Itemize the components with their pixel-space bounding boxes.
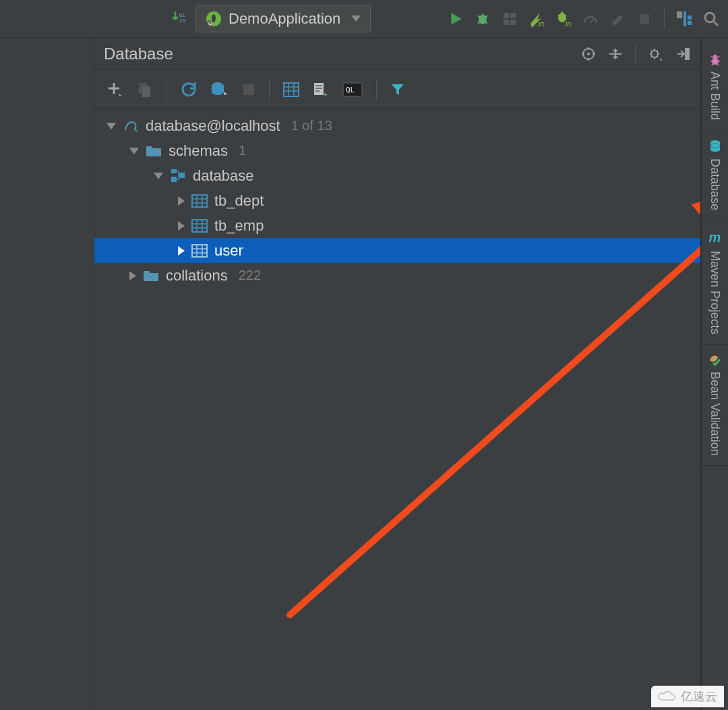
schema-label: database (193, 167, 254, 185)
collations-count: 222 (239, 268, 261, 283)
stop-button[interactable] (634, 12, 655, 26)
svg-text:10: 10 (179, 18, 185, 24)
table-node-tb-emp[interactable]: tb_emp (94, 213, 700, 238)
download-icon[interactable]: 0110 (169, 10, 189, 28)
table-icon (191, 244, 208, 258)
add-button-icon[interactable] (107, 81, 124, 98)
target-icon[interactable] (581, 47, 596, 61)
filter-icon[interactable] (390, 82, 405, 97)
search-everywhere-icon[interactable] (701, 10, 721, 28)
separator (635, 45, 636, 63)
database-icon (709, 140, 721, 153)
svg-rect-27 (284, 83, 299, 96)
table-node-user[interactable]: user (94, 238, 700, 263)
settings-gear-icon[interactable] (648, 46, 664, 62)
expand-arrow-icon[interactable] (178, 246, 185, 256)
expand-arrow-icon[interactable] (178, 196, 185, 206)
coverage-button[interactable] (499, 11, 520, 27)
right-tool-sidebar: Ant Build Database m Maven Projects Bean… (701, 38, 728, 710)
project-structure-icon[interactable] (674, 10, 694, 28)
svg-rect-6 (504, 13, 509, 18)
svg-text:⏻: ⏻ (208, 22, 212, 26)
svg-rect-7 (510, 13, 516, 18)
database-toolbar: QL (94, 70, 700, 109)
svg-rect-16 (688, 16, 692, 20)
schema-icon (170, 169, 186, 183)
expand-arrow-icon[interactable] (154, 173, 163, 179)
sidebar-label: Ant Build (708, 71, 722, 120)
sql-console-icon[interactable]: QL (342, 82, 363, 97)
split-icon[interactable] (608, 47, 623, 61)
jrebel-debug-icon[interactable]: JR (553, 10, 574, 28)
collations-label: collations (166, 267, 228, 285)
sidebar-item-maven[interactable]: m Maven Projects (702, 220, 728, 345)
sidebar-item-bean-validation[interactable]: Bean Validation (702, 345, 728, 466)
table-view-icon[interactable] (283, 82, 299, 97)
table-label: tb_emp (214, 217, 264, 235)
svg-rect-24 (142, 86, 150, 97)
hide-panel-icon[interactable] (676, 47, 691, 61)
svg-rect-34 (192, 195, 207, 207)
sidebar-item-database[interactable]: Database (702, 130, 728, 220)
expand-arrow-icon[interactable] (129, 271, 136, 280)
spring-boot-icon: ⏻ (206, 11, 222, 27)
panel-header: Database (94, 38, 700, 70)
run-button[interactable] (446, 11, 466, 26)
jrebel-run-icon[interactable]: JR (526, 10, 547, 28)
run-config-label: DemoApplication (229, 10, 340, 28)
svg-rect-32 (171, 177, 177, 182)
expand-arrow-icon[interactable] (129, 148, 139, 154)
table-node-tb-dept[interactable]: tb_dept (94, 188, 700, 213)
separator (166, 80, 166, 100)
attach-icon[interactable] (607, 11, 628, 27)
expand-arrow-icon[interactable] (107, 123, 116, 129)
stop-icon[interactable] (242, 83, 255, 96)
svg-point-39 (713, 55, 717, 59)
database-tree: database@localhost 1 of 13 schemas 1 dat… (94, 109, 700, 710)
edit-data-icon[interactable] (313, 82, 329, 98)
table-label: tb_dept (214, 192, 264, 210)
database-panel: Database (94, 38, 701, 710)
folder-icon (146, 144, 162, 158)
schema-node[interactable]: database (94, 163, 700, 188)
left-tool-gutter (0, 38, 94, 710)
svg-rect-8 (504, 20, 509, 25)
main-toolbar: 0110 ⏻ DemoApplication JR JR (0, 0, 728, 38)
datasource-properties-icon[interactable] (211, 81, 229, 98)
run-config-selector[interactable]: ⏻ DemoApplication (195, 5, 371, 32)
svg-rect-14 (677, 11, 682, 18)
datasource-node[interactable]: database@localhost 1 of 13 (94, 113, 700, 138)
svg-text:JR: JR (537, 21, 545, 28)
table-icon (191, 219, 208, 233)
sidebar-item-ant-build[interactable]: Ant Build (702, 45, 728, 130)
panel-title: Database (104, 45, 173, 63)
profiler-icon[interactable] (580, 11, 601, 27)
refresh-icon[interactable] (180, 81, 198, 98)
expand-arrow-icon[interactable] (178, 221, 185, 231)
debug-button[interactable] (473, 11, 493, 27)
svg-rect-28 (314, 83, 324, 95)
svg-text:JR: JR (564, 21, 572, 28)
datasource-count: 1 of 13 (291, 118, 332, 134)
svg-point-20 (587, 53, 590, 55)
svg-rect-35 (192, 220, 207, 232)
svg-text:QL: QL (346, 86, 355, 94)
watermark-text: 亿速云 (681, 688, 717, 705)
svg-rect-31 (171, 169, 177, 173)
copy-icon[interactable] (138, 82, 152, 98)
mysql-icon (123, 118, 139, 134)
svg-rect-33 (179, 173, 185, 178)
sidebar-label: Database (708, 158, 722, 210)
table-label: user (214, 242, 243, 260)
separator (269, 80, 270, 100)
sidebar-label: Maven Projects (708, 251, 722, 334)
svg-point-5 (479, 15, 487, 24)
collations-node[interactable]: collations 222 (94, 263, 700, 288)
separator (376, 80, 377, 100)
bean-validation-icon (709, 354, 721, 366)
maven-icon: m (709, 230, 721, 245)
ant-icon (709, 54, 721, 66)
svg-rect-17 (688, 21, 692, 25)
schemas-node[interactable]: schemas 1 (94, 138, 700, 163)
watermark: 亿速云 (651, 686, 724, 707)
